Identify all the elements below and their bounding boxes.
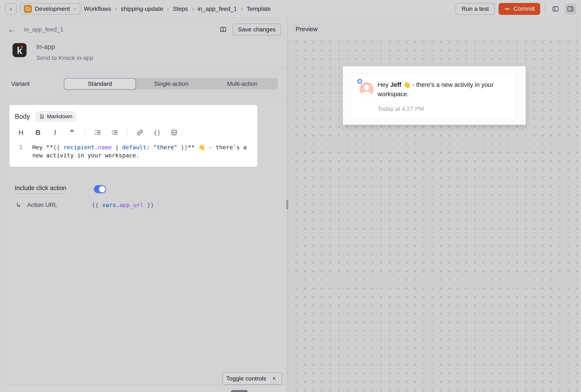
notification-message: Hey Jeff 👋 - there's a new activity in y… xyxy=(378,80,501,99)
breadcrumb-steps[interactable]: Steps xyxy=(173,5,188,12)
code-line[interactable]: Hey **{{ recipient.name | default: "ther… xyxy=(32,143,253,159)
preview-panel: Preview Hey Jeff 👋 - there's a new activ… xyxy=(287,18,579,392)
ordered-list-icon[interactable]: 1 2 xyxy=(93,128,102,137)
variant-segmented-control: Standard Single-action Multi-action xyxy=(64,78,278,90)
code-token: | xyxy=(112,144,122,151)
markdown-badge[interactable]: Markdown xyxy=(36,111,76,122)
code-token: {{ xyxy=(53,144,64,151)
avatar xyxy=(360,82,374,96)
body-code-editor[interactable]: 1 Hey **{{ recipient.name | default: "th… xyxy=(9,138,257,159)
italic-icon[interactable]: I xyxy=(50,128,60,137)
notification-timestamp: Today at 4:27 PM xyxy=(378,105,424,112)
feed-container: Hey Jeff 👋 - there's a new activity in y… xyxy=(343,66,526,125)
bold-icon[interactable]: B xyxy=(34,128,42,137)
link-icon[interactable] xyxy=(136,128,144,137)
include-click-action-toggle[interactable] xyxy=(94,185,106,193)
code-token: vars. xyxy=(102,202,120,208)
editor-header: ← in_app_feed_1 Save changes xyxy=(2,18,287,41)
variant-option-single-action[interactable]: Single-action xyxy=(136,78,207,90)
run-test-label: Run a test xyxy=(462,5,489,12)
chevron-right-icon: › xyxy=(73,5,76,12)
toolbar-divider xyxy=(127,129,128,136)
toggle-controls-button[interactable]: Toggle controls K xyxy=(222,373,282,385)
return-arrow-icon: ↳ xyxy=(16,201,21,209)
toggle-controls-label: Toggle controls xyxy=(226,375,266,382)
topbar-actions: Run a test Commit xyxy=(456,3,576,15)
avatar-head xyxy=(364,85,369,90)
variant-row: Variant Standard Single-action Multi-act… xyxy=(2,69,287,99)
code-block-icon[interactable] xyxy=(170,128,178,137)
code-token: app_url xyxy=(120,202,144,208)
toolbar-separator xyxy=(545,4,545,13)
code-token: : xyxy=(146,144,154,151)
breadcrumb-workflow-name[interactable]: shipping-update xyxy=(121,5,163,12)
step-name-label: in_app_feed_1 xyxy=(24,26,63,33)
variant-option-standard[interactable]: Standard xyxy=(64,78,136,90)
toggle-knob xyxy=(99,186,106,192)
blockquote-icon[interactable]: ❞ xyxy=(68,128,76,137)
commit-icon xyxy=(504,6,510,12)
breadcrumb: ‹ Development › Workflows › shipping-upd… xyxy=(5,3,271,15)
preview-header: Preview xyxy=(288,18,579,40)
breadcrumb-template[interactable]: Template xyxy=(246,5,271,12)
notification-card[interactable]: Hey Jeff 👋 - there's a new activity in y… xyxy=(350,74,515,118)
code-token: Hey ** xyxy=(32,144,53,151)
preview-title: Preview xyxy=(296,26,318,33)
topbar: ‹ Development › Workflows › shipping-upd… xyxy=(0,0,581,18)
include-click-action-label: Include click action xyxy=(15,185,66,194)
formatting-toolbar: H B I ❞ 1 2 xyxy=(9,122,257,138)
markdown-badge-label: Markdown xyxy=(47,113,72,120)
svg-text:1: 1 xyxy=(94,129,96,132)
code-token: default xyxy=(122,144,146,151)
code-token: recipient. xyxy=(63,144,98,151)
variant-label: Variant xyxy=(11,80,64,87)
layout-right-panel-icon xyxy=(567,5,574,12)
chevron-right-icon: › xyxy=(240,5,244,12)
channel-subtitle: Send to Knock in-app xyxy=(36,54,93,61)
keyboard-shortcut-badge: K xyxy=(270,375,278,383)
channel-info: k In-app Send to Knock in-app xyxy=(12,43,93,61)
back-button[interactable]: ‹ xyxy=(5,3,16,15)
code-token: name xyxy=(98,144,112,151)
back-arrow-icon[interactable]: ← xyxy=(8,25,15,34)
chevron-right-icon: › xyxy=(166,5,170,12)
action-url-value[interactable]: {{ vars.app_url }} xyxy=(92,202,154,208)
folder-icon xyxy=(24,5,32,13)
breadcrumb-workflows[interactable]: Workflows xyxy=(84,5,111,12)
variable-braces-icon[interactable]: { } xyxy=(152,128,162,137)
preview-canvas: Hey Jeff 👋 - there's a new activity in y… xyxy=(288,41,579,392)
commit-label: Commit xyxy=(514,5,535,12)
save-changes-button[interactable]: Save changes xyxy=(232,23,281,35)
docs-button[interactable] xyxy=(219,26,227,33)
chevron-right-icon: › xyxy=(114,5,118,12)
action-url-label: Action URL xyxy=(27,202,83,208)
unordered-list-icon[interactable] xyxy=(110,128,119,137)
body-label: Body xyxy=(15,113,30,120)
message-recipient-name: Jeff xyxy=(390,81,402,88)
layout-right-panel-button[interactable] xyxy=(565,3,576,14)
channel-title: In-app xyxy=(36,43,93,51)
knock-logo: k xyxy=(12,43,26,57)
message-pre: Hey xyxy=(378,81,390,88)
code-token: "there" xyxy=(153,144,178,151)
environment-switcher[interactable]: Development › xyxy=(20,3,80,15)
body-editor-card: Body Markdown H B I ❞ 1 xyxy=(9,105,257,167)
breadcrumb-step-name[interactable]: in_app_feed_1 xyxy=(198,5,237,12)
line-number: 1 xyxy=(9,143,32,159)
panel-resize-handle[interactable] xyxy=(286,200,288,210)
commit-button[interactable]: Commit xyxy=(498,3,540,15)
heading-icon[interactable]: H xyxy=(16,128,26,137)
bottom-drawer-handle[interactable] xyxy=(231,390,248,392)
environment-label: Development xyxy=(35,5,70,12)
toolbar-divider xyxy=(84,129,85,136)
variant-option-multi-action[interactable]: Multi-action xyxy=(207,78,278,90)
layout-left-panel-button[interactable] xyxy=(550,3,561,14)
template-editor-panel: ← in_app_feed_1 Save changes k In-app Se… xyxy=(2,18,287,385)
code-token: }} xyxy=(144,202,154,208)
run-test-button[interactable]: Run a test xyxy=(456,3,495,15)
markdown-file-icon xyxy=(39,114,44,119)
knock-logo-dot xyxy=(20,45,23,48)
back-chevron-icon: ‹ xyxy=(10,5,12,12)
chevron-right-icon: › xyxy=(191,5,194,12)
open-book-icon xyxy=(219,26,227,33)
